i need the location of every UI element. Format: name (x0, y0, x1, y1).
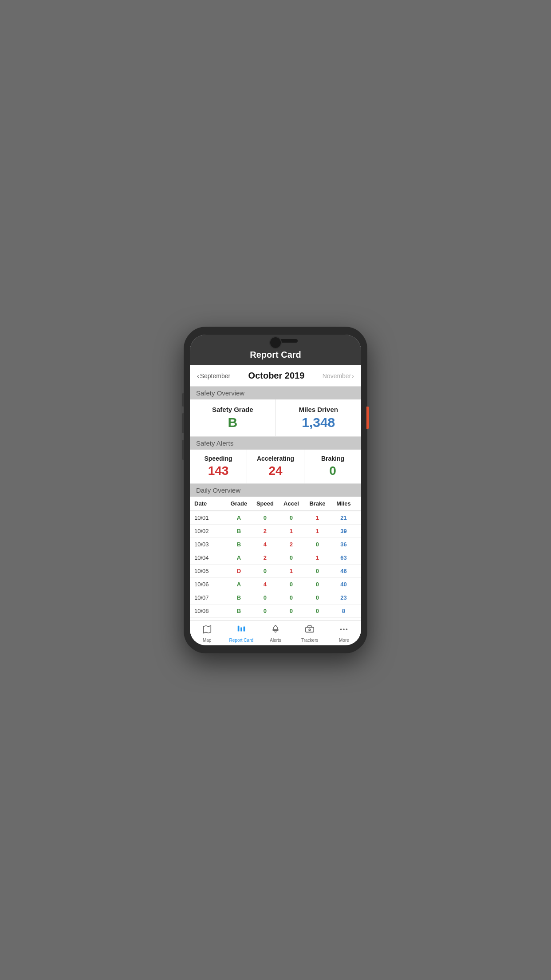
cell-accel: 0 (278, 594, 304, 601)
miles-driven-value: 1,348 (280, 415, 357, 430)
cell-grade: B (226, 541, 252, 548)
cell-date: 10/06 (194, 581, 226, 588)
next-month-button[interactable]: November › (323, 372, 354, 379)
svg-point-5 (309, 629, 311, 631)
cell-speed: 0 (252, 594, 278, 601)
nav-map[interactable]: Map (190, 624, 224, 644)
phone-button-right (366, 407, 369, 429)
cell-brake: 1 (304, 554, 331, 561)
svg-rect-3 (243, 627, 245, 632)
nav-more[interactable]: More (327, 624, 361, 644)
cell-accel: 1 (278, 568, 304, 574)
nav-alerts-label: Alerts (270, 638, 281, 643)
col-grade: Grade (226, 500, 252, 507)
braking-label: Braking (308, 455, 358, 462)
table-row: 10/07 B 0 0 0 23 (190, 591, 361, 605)
cell-accel: 2 (278, 541, 304, 548)
cell-speed: 0 (252, 568, 278, 574)
safety-alerts-header: Safety Alerts (190, 437, 361, 450)
trackers-icon (305, 624, 315, 637)
safety-grade-label: Safety Grade (194, 406, 271, 413)
cell-accel: 0 (278, 608, 304, 614)
cell-grade: A (226, 554, 252, 561)
phone-button-left2 (182, 413, 184, 433)
safety-overview-row: Safety Grade B Miles Driven 1,348 (190, 399, 361, 437)
cell-date: 10/05 (194, 568, 226, 574)
table-row: 10/05 D 0 1 0 46 (190, 565, 361, 578)
col-brake: Brake (304, 500, 331, 507)
accelerating-cell: Accelerating 24 (247, 450, 304, 483)
cell-grade: B (226, 608, 252, 614)
daily-overview-header: Daily Overview (190, 484, 361, 497)
cell-brake: 0 (304, 541, 331, 548)
month-nav: ‹ September October 2019 November › (190, 365, 361, 387)
nav-trackers-label: Trackers (301, 638, 319, 643)
cell-miles: 39 (331, 528, 357, 534)
bottom-nav: Map Report Card (190, 620, 361, 645)
svg-rect-2 (240, 627, 242, 631)
phone-camera (269, 336, 282, 349)
cell-brake: 0 (304, 594, 331, 601)
cell-grade: A (226, 581, 252, 588)
cell-date: 10/08 (194, 608, 226, 614)
braking-cell: Braking 0 (304, 450, 361, 483)
cell-grade: B (226, 528, 252, 534)
phone-screen: Report Card ‹ September October 2019 Nov… (190, 335, 361, 645)
cell-date: 10/04 (194, 554, 226, 561)
table-row: 10/02 B 2 1 1 39 (190, 525, 361, 538)
nav-report-card-label: Report Card (229, 638, 253, 643)
chevron-right-icon: › (352, 372, 354, 379)
safety-overview-header: Safety Overview (190, 387, 361, 399)
table-row: 10/03 B 4 2 0 36 (190, 538, 361, 551)
nav-alerts[interactable]: Alerts (258, 624, 292, 644)
accelerating-label: Accelerating (251, 455, 300, 462)
nav-trackers[interactable]: Trackers (293, 624, 327, 644)
phone-frame: Report Card ‹ September October 2019 Nov… (184, 327, 367, 653)
cell-miles: 21 (331, 514, 357, 521)
nav-map-label: Map (203, 638, 211, 643)
cell-accel: 0 (278, 554, 304, 561)
cell-miles: 36 (331, 541, 357, 548)
map-icon (202, 624, 212, 637)
cell-speed: 0 (252, 608, 278, 614)
cell-grade: A (226, 514, 252, 521)
table-header-row: Date Grade Speed Accel Brake Miles (190, 497, 361, 511)
prev-month-label: September (200, 372, 230, 379)
cell-brake: 1 (304, 514, 331, 521)
prev-month-button[interactable]: ‹ September (197, 372, 230, 379)
speeding-cell: Speeding 143 (190, 450, 247, 483)
col-accel: Accel (278, 500, 304, 507)
table-body: 10/01 A 0 0 1 21 10/02 B 2 1 1 39 10/03 … (190, 511, 361, 620)
cell-grade: D (226, 568, 252, 574)
cell-date: 10/07 (194, 594, 226, 601)
miles-driven-label: Miles Driven (280, 406, 357, 413)
speeding-value: 143 (193, 464, 243, 478)
report-card-icon (236, 624, 246, 637)
cell-speed: 2 (252, 554, 278, 561)
cell-miles: 8 (331, 608, 357, 614)
col-speed: Speed (252, 500, 278, 507)
alerts-icon (271, 624, 280, 637)
safety-alerts-row: Speeding 143 Accelerating 24 Braking 0 (190, 450, 361, 484)
cell-brake: 0 (304, 568, 331, 574)
cell-brake: 0 (304, 608, 331, 614)
phone-button-left1 (182, 393, 184, 407)
miles-driven-cell: Miles Driven 1,348 (276, 399, 362, 436)
scroll-content[interactable]: ‹ September October 2019 November › Safe… (190, 365, 361, 620)
svg-rect-1 (238, 626, 240, 632)
cell-date: 10/02 (194, 528, 226, 534)
braking-value: 0 (308, 464, 358, 478)
table-row: 10/06 A 4 0 0 40 (190, 578, 361, 591)
cell-speed: 2 (252, 528, 278, 534)
nav-report-card[interactable]: Report Card (224, 624, 258, 644)
cell-brake: 0 (304, 581, 331, 588)
cell-date: 10/03 (194, 541, 226, 548)
cell-speed: 0 (252, 514, 278, 521)
cell-miles: 63 (331, 554, 357, 561)
col-miles: Miles (331, 500, 357, 507)
phone-button-left3 (182, 440, 184, 460)
speeding-label: Speeding (193, 455, 243, 462)
cell-date: 10/01 (194, 514, 226, 521)
cell-miles: 40 (331, 581, 357, 588)
cell-speed: 4 (252, 541, 278, 548)
